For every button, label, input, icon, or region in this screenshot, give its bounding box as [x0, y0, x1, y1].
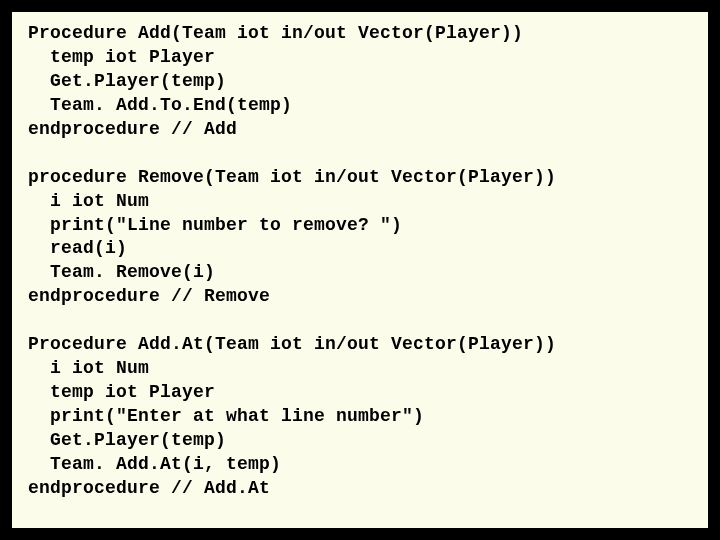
code-frame: Procedure Add(Team iot in/out Vector(Pla… — [10, 10, 710, 530]
code-block: Procedure Add(Team iot in/out Vector(Pla… — [28, 22, 692, 501]
